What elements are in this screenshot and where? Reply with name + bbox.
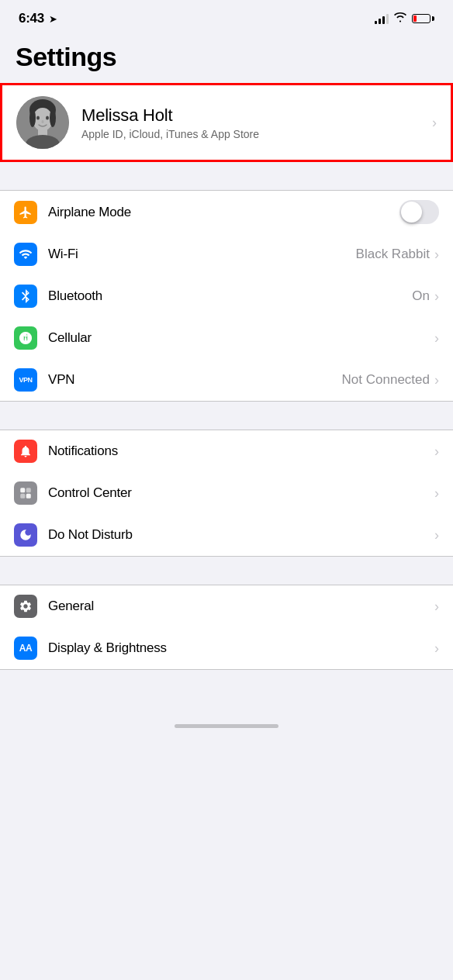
display-brightness-row[interactable]: AA Display & Brightness ›: [0, 627, 453, 669]
svg-point-11: [25, 338, 27, 340]
airplane-mode-icon: [14, 201, 37, 224]
svg-rect-12: [20, 488, 25, 492]
vpn-label: VPN: [48, 372, 342, 388]
do-not-disturb-icon: [14, 523, 37, 547]
avatar: [16, 96, 69, 149]
airplane-mode-label: Airplane Mode: [48, 205, 399, 220]
wifi-chevron: ›: [434, 247, 439, 263]
page-title-container: Settings: [0, 33, 453, 83]
section-gap-3: [0, 557, 453, 585]
svg-rect-14: [20, 494, 25, 499]
page-title: Settings: [16, 42, 437, 72]
status-time: 6:43: [19, 11, 44, 26]
bluetooth-value: On: [412, 288, 430, 304]
home-indicator: [0, 716, 453, 734]
profile-row[interactable]: Melissa Holt Apple ID, iCloud, iTunes & …: [2, 85, 451, 160]
system-section: Notifications › Control Center › Do Not …: [0, 430, 453, 557]
connectivity-section: Airplane Mode Wi-Fi Black Rabbit › Bluet…: [0, 190, 453, 402]
control-center-row[interactable]: Control Center ›: [0, 472, 453, 514]
general-label: General: [48, 599, 434, 614]
airplane-mode-row[interactable]: Airplane Mode: [0, 191, 453, 233]
home-bar: [175, 724, 278, 728]
control-center-chevron: ›: [434, 485, 439, 502]
do-not-disturb-row[interactable]: Do Not Disturb ›: [0, 514, 453, 556]
svg-point-8: [29, 109, 36, 127]
cellular-icon: [14, 326, 37, 350]
bluetooth-icon: [14, 285, 37, 308]
notifications-row[interactable]: Notifications ›: [0, 430, 453, 472]
status-bar: 6:43 ➤: [0, 0, 453, 33]
do-not-disturb-chevron: ›: [434, 527, 439, 543]
wifi-icon-row: [14, 243, 37, 266]
signal-icon: [375, 13, 389, 24]
svg-rect-6: [38, 129, 47, 136]
vpn-row[interactable]: VPN VPN Not Connected ›: [0, 359, 453, 401]
wifi-row[interactable]: Wi-Fi Black Rabbit ›: [0, 233, 453, 275]
wifi-label: Wi-Fi: [48, 247, 356, 262]
profile-info: Melissa Holt Apple ID, iCloud, iTunes & …: [69, 105, 432, 140]
vpn-value: Not Connected: [342, 372, 430, 388]
profile-chevron: ›: [432, 115, 437, 131]
wifi-icon: [393, 12, 407, 26]
display-brightness-chevron: ›: [434, 640, 439, 657]
cellular-label: Cellular: [48, 330, 434, 346]
vpn-chevron: ›: [434, 372, 439, 388]
status-icons: [375, 12, 434, 26]
airplane-mode-toggle[interactable]: [399, 200, 439, 224]
profile-name: Melissa Holt: [81, 105, 432, 126]
bottom-spacer: [0, 670, 453, 716]
control-center-label: Control Center: [48, 485, 434, 501]
svg-rect-13: [26, 488, 31, 492]
cellular-row[interactable]: Cellular ›: [0, 317, 453, 359]
svg-rect-15: [26, 494, 31, 499]
bluetooth-chevron: ›: [434, 288, 439, 305]
cellular-chevron: ›: [434, 330, 439, 347]
profile-subtitle: Apple ID, iCloud, iTunes & App Store: [81, 128, 432, 140]
do-not-disturb-label: Do Not Disturb: [48, 527, 434, 543]
profile-section: Melissa Holt Apple ID, iCloud, iTunes & …: [0, 83, 453, 162]
section-gap-1: [0, 162, 453, 190]
notifications-icon: [14, 440, 37, 463]
general-row[interactable]: General ›: [0, 585, 453, 627]
display-brightness-icon: AA: [14, 637, 37, 660]
svg-point-5: [42, 120, 44, 123]
control-center-icon: [14, 481, 37, 505]
location-icon: ➤: [49, 13, 57, 25]
svg-point-9: [50, 109, 56, 127]
svg-point-3: [36, 116, 40, 120]
section-gap-2: [0, 402, 453, 430]
vpn-icon: VPN: [14, 368, 37, 392]
bluetooth-label: Bluetooth: [48, 288, 412, 304]
general-chevron: ›: [434, 599, 439, 615]
notifications-chevron: ›: [434, 443, 439, 460]
wifi-value: Black Rabbit: [356, 247, 430, 262]
display-brightness-label: Display & Brightness: [48, 640, 434, 656]
general-icon: [14, 595, 37, 618]
svg-point-4: [46, 116, 49, 120]
battery-icon: [412, 14, 434, 23]
display-section: General › AA Display & Brightness ›: [0, 585, 453, 670]
bluetooth-row[interactable]: Bluetooth On ›: [0, 275, 453, 317]
notifications-label: Notifications: [48, 443, 434, 459]
